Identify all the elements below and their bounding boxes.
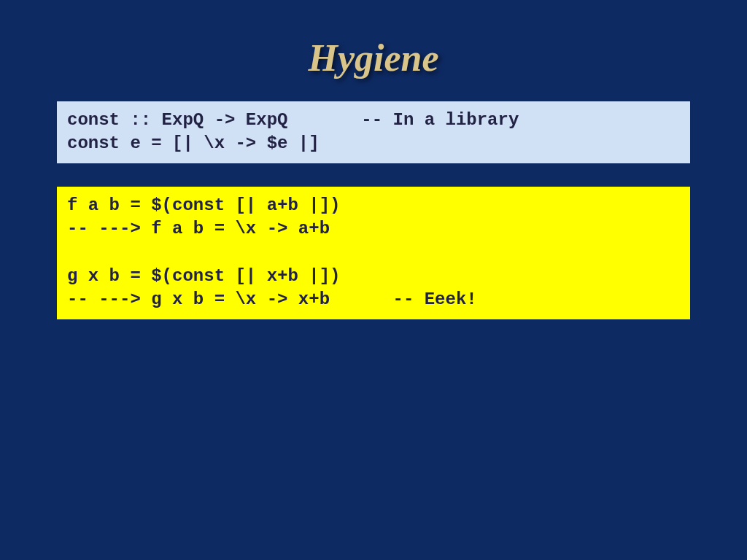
code-block-library: const :: ExpQ -> ExpQ -- In a library co… xyxy=(57,101,690,163)
code-line: f a b = $(const [| a+b |]) xyxy=(67,195,340,215)
code-line: const e = [| \x -> $e |] xyxy=(67,133,320,153)
code-line: const :: ExpQ -> ExpQ -- In a library xyxy=(67,110,519,130)
code-line: g x b = $(const [| x+b |]) xyxy=(67,266,340,286)
code-block-example: f a b = $(const [| a+b |]) -- ---> f a b… xyxy=(57,187,690,319)
slide-title: Hygiene xyxy=(0,0,747,101)
code-line: -- ---> f a b = \x -> a+b xyxy=(67,219,330,238)
code-line: -- ---> g x b = \x -> x+b -- Eeek! xyxy=(67,289,477,309)
